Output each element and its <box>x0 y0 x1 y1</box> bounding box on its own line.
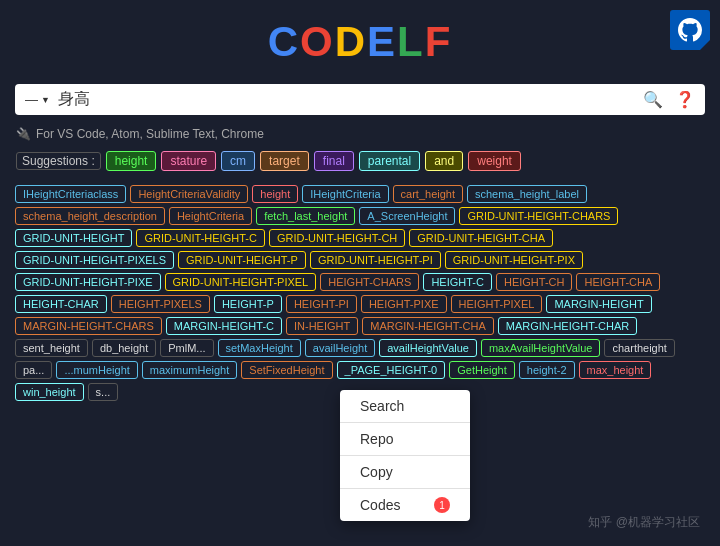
suggestions-bar: Suggestions : height stature cm target f… <box>0 145 720 177</box>
search-icons: 🔍 ❓ <box>643 90 695 109</box>
header: CODELF <box>0 0 720 76</box>
search-menu-label: Search <box>360 398 404 414</box>
language-dropdown[interactable]: — <box>25 92 50 107</box>
result-tag[interactable]: GRID-UNIT-HEIGHT <box>15 229 132 247</box>
result-tag[interactable]: GRID-UNIT-HEIGHT-PIX <box>445 251 583 269</box>
suggestion-target[interactable]: target <box>260 151 309 171</box>
suggestion-parental[interactable]: parental <box>359 151 420 171</box>
suggestion-height[interactable]: height <box>106 151 157 171</box>
codes-badge: 1 <box>434 497 450 513</box>
result-tag[interactable]: maxAvailHeightValue <box>481 339 601 357</box>
result-tag[interactable]: HeightCriteria <box>169 207 252 225</box>
result-tag[interactable]: GRID-UNIT-HEIGHT-CHA <box>409 229 553 247</box>
result-tag[interactable]: GRID-UNIT-HEIGHT-CHARS <box>459 207 618 225</box>
context-menu-repo[interactable]: Repo <box>340 423 470 455</box>
result-tag[interactable]: GRID-UNIT-HEIGHT-C <box>136 229 264 247</box>
logo-e: E <box>367 18 397 65</box>
result-tag[interactable]: win_height <box>15 383 84 401</box>
result-tag[interactable]: HEIGHT-CHAR <box>15 295 107 313</box>
result-tag[interactable]: HEIGHT-P <box>214 295 282 313</box>
result-tag[interactable]: A_ScreenHeight <box>359 207 455 225</box>
copy-menu-label: Copy <box>360 464 393 480</box>
logo: CODELF <box>268 18 453 66</box>
github-icon <box>678 18 702 42</box>
result-tag[interactable]: HEIGHT-CH <box>496 273 573 291</box>
result-tag[interactable]: PmlM... <box>160 339 213 357</box>
result-tag[interactable]: availHeight <box>305 339 375 357</box>
result-tag[interactable]: MARGIN-HEIGHT-C <box>166 317 282 335</box>
result-tag[interactable]: HEIGHT-C <box>423 273 492 291</box>
result-tag[interactable]: SetFixedHeight <box>241 361 332 379</box>
result-tag[interactable]: HEIGHT-PIXEL <box>451 295 543 313</box>
github-badge[interactable] <box>670 10 710 50</box>
result-tag[interactable]: GRID-UNIT-HEIGHT-PIXE <box>15 273 161 291</box>
result-tag[interactable]: ...mumHeight <box>56 361 137 379</box>
result-tag[interactable]: fetch_last_height <box>256 207 355 225</box>
result-tag[interactable]: GRID-UNIT-HEIGHT-PI <box>310 251 441 269</box>
vscode-line: 🔌 For VS Code, Atom, Sublime Text, Chrom… <box>0 123 720 145</box>
result-tag[interactable]: setMaxHeight <box>218 339 301 357</box>
result-tag[interactable]: db_height <box>92 339 156 357</box>
result-tag[interactable]: maximumHeight <box>142 361 237 379</box>
result-tag[interactable]: MARGIN-HEIGHT-CHARS <box>15 317 162 335</box>
result-tag[interactable]: schema_height_description <box>15 207 165 225</box>
result-tag[interactable]: HEIGHT-PIXELS <box>111 295 210 313</box>
repo-menu-label: Repo <box>360 431 393 447</box>
suggestion-cm[interactable]: cm <box>221 151 255 171</box>
logo-l: L <box>397 18 425 65</box>
result-tag[interactable]: GRID-UNIT-HEIGHT-CH <box>269 229 405 247</box>
result-tag[interactable]: IHeightCriteria <box>302 185 388 203</box>
logo-o: O <box>300 18 335 65</box>
plugin-icon: 🔌 <box>16 127 31 141</box>
result-tag[interactable]: HEIGHT-PI <box>286 295 357 313</box>
suggestion-weight[interactable]: weight <box>468 151 521 171</box>
suggestion-and[interactable]: and <box>425 151 463 171</box>
result-tag[interactable]: schema_height_label <box>467 185 587 203</box>
result-tag[interactable]: HEIGHT-PIXE <box>361 295 447 313</box>
watermark-text: 知乎 @机器学习社区 <box>588 515 700 529</box>
result-tag[interactable]: pa... <box>15 361 52 379</box>
result-tag[interactable]: MARGIN-HEIGHT-CHA <box>362 317 494 335</box>
search-icon[interactable]: 🔍 <box>643 90 663 109</box>
result-tag[interactable]: _PAGE_HEIGHT-0 <box>337 361 446 379</box>
result-tag[interactable]: HEIGHT-CHARS <box>320 273 419 291</box>
result-tag[interactable]: IN-HEIGHT <box>286 317 358 335</box>
search-input[interactable] <box>58 91 643 109</box>
result-tag[interactable]: GRID-UNIT-HEIGHT-PIXEL <box>165 273 317 291</box>
logo-f: F <box>425 18 453 65</box>
result-tag[interactable]: s... <box>88 383 119 401</box>
search-box: — 🔍 ❓ <box>15 84 705 115</box>
suggestions-label: Suggestions : <box>16 152 101 170</box>
watermark: 知乎 @机器学习社区 <box>588 514 700 531</box>
help-icon[interactable]: ❓ <box>675 90 695 109</box>
result-tag[interactable]: MARGIN-HEIGHT <box>546 295 651 313</box>
context-menu-search[interactable]: Search <box>340 390 470 422</box>
result-tag[interactable]: HEIGHT-CHA <box>576 273 660 291</box>
logo-d: D <box>335 18 367 65</box>
result-tag[interactable]: max_height <box>579 361 652 379</box>
context-menu-copy[interactable]: Copy <box>340 456 470 488</box>
context-menu: Search Repo Copy Codes 1 <box>340 390 470 521</box>
result-tag[interactable]: MARGIN-HEIGHT-CHAR <box>498 317 637 335</box>
result-tag[interactable]: cart_height <box>393 185 463 203</box>
result-tag[interactable]: HeightCriteriaValidity <box>130 185 248 203</box>
suggestion-final[interactable]: final <box>314 151 354 171</box>
context-menu-codes[interactable]: Codes 1 <box>340 489 470 521</box>
result-tag[interactable]: GRID-UNIT-HEIGHT-P <box>178 251 306 269</box>
result-tag[interactable]: GRID-UNIT-HEIGHT-PIXELS <box>15 251 174 269</box>
result-tag[interactable]: height <box>252 185 298 203</box>
result-tag[interactable]: chartheight <box>604 339 674 357</box>
vscode-text: For VS Code, Atom, Sublime Text, Chrome <box>36 127 264 141</box>
suggestion-stature[interactable]: stature <box>161 151 216 171</box>
codes-menu-label: Codes <box>360 497 400 513</box>
result-tag[interactable]: GetHeight <box>449 361 515 379</box>
result-tag[interactable]: IHeightCriteriaclass <box>15 185 126 203</box>
search-area: — 🔍 ❓ <box>0 76 720 123</box>
result-tag[interactable]: availHeightValue <box>379 339 477 357</box>
logo-c: C <box>268 18 300 65</box>
result-tag[interactable]: height-2 <box>519 361 575 379</box>
result-tag[interactable]: sent_height <box>15 339 88 357</box>
results-area: IHeightCriteriaclass HeightCriteriaValid… <box>0 177 720 409</box>
